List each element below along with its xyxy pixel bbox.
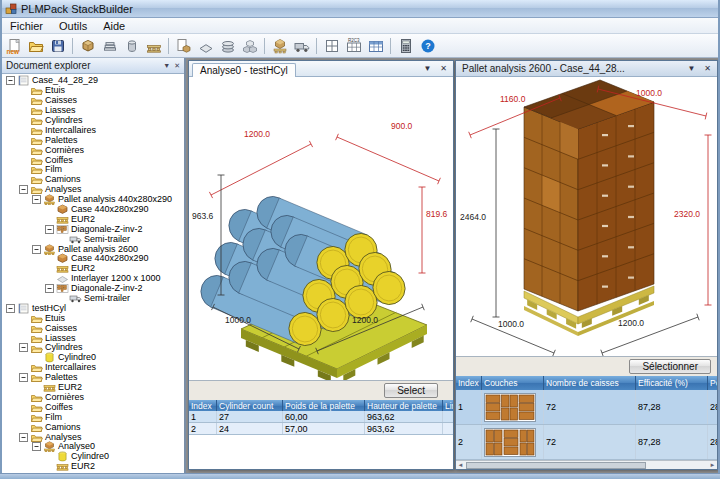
dim-label: 1000.0 [636,88,662,98]
tree-item[interactable]: Case 440x280x290 [4,205,184,215]
tree-item[interactable]: Semi-trailer [4,234,184,244]
tree-item[interactable]: EUR2 [4,462,184,472]
tree-item-label: EUR2 [71,264,95,273]
table-row[interactable]: 17287,28285,00 [456,390,717,425]
pallet-load-icon[interactable] [269,35,290,56]
tree-item-label: Pallet analysis 440x280x290 [58,195,172,204]
doc1-titlebar[interactable]: Analyse0 - testHCyl ▼ ✕ [189,61,453,77]
tree-item-label: Cornières [45,393,84,402]
close-icon[interactable]: ✕ [174,62,180,70]
expand-toggle-icon[interactable] [32,195,41,204]
pallet-3d-viewport[interactable]: 1160.01000.02464.02320.01000.01200.0 [456,77,717,357]
grid-layout-icon[interactable] [321,35,342,56]
open-folder-icon[interactable] [25,35,46,56]
tree-item[interactable]: Palettes [4,373,184,383]
document-explorer-panel: Document explorer ▼ ✕ Case_44_28_29Etuis… [2,58,186,473]
table-cell: 285,00 [708,425,717,459]
dim-label: 1000.0 [225,315,251,325]
table-row[interactable]: 27287,28285,00 [456,425,717,460]
window-frame-left [0,0,2,479]
save-file-icon[interactable] [47,35,68,56]
tree-item-label: Cylindres [45,343,83,352]
edit-cylinder-icon[interactable] [121,35,142,56]
truck-load-icon[interactable] [291,35,312,56]
menu-item-fichier[interactable]: Fichier [2,19,51,33]
select-button[interactable]: Select [384,383,438,398]
workbook-icon [17,75,30,86]
dim-label: 2320.0 [674,209,700,219]
expand-toggle-icon[interactable] [32,442,41,451]
doc2-titlebar[interactable]: Pallet analysis 2600 - Case_44_28... ▼ ✕ [456,61,717,77]
tree-item-label: Analyse0 [58,442,95,451]
expand-toggle-icon[interactable] [19,185,28,194]
layer-layout-icon [56,283,69,294]
edit-case-icon[interactable] [77,35,98,56]
tree-item-label: Analyses [45,433,82,442]
table-view-icon[interactable] [365,35,386,56]
row-col-grid-icon[interactable]: R2C3 [343,35,364,56]
column-header[interactable]: Efficacité (%) [636,376,708,390]
expand-toggle-icon[interactable] [19,373,28,382]
window-menu-icon[interactable]: ▼ [421,64,434,73]
table-cell [482,390,544,424]
new-document-icon[interactable]: new [3,35,24,56]
menu-item-outils[interactable]: Outils [51,19,95,33]
tree-item-label: testHCyl [32,304,66,313]
column-header[interactable]: Index [189,400,217,411]
expand-toggle-icon[interactable] [19,433,28,442]
table-row[interactable]: 12760,00963,62 [189,411,453,423]
tree-item[interactable]: Diagonale-Z-inv-2 [4,224,184,234]
tree-item[interactable]: EUR2 [4,214,184,224]
column-header[interactable]: Nombre de caisses [544,376,636,390]
column-header[interactable]: Cylinder count [217,400,283,411]
selectionner-button[interactable]: Sélectionner [629,359,711,374]
table-cell: 24 [217,423,283,434]
expand-toggle-icon[interactable] [45,284,54,293]
cylinder-3d-viewport[interactable]: 1200.0900.0963.6819.61000.01200.0 [189,77,453,381]
help-icon[interactable]: ? [417,35,438,56]
analysis-icon [43,194,56,205]
column-header[interactable]: Limit [443,400,453,411]
column-header[interactable]: Hauteur de palette [365,400,443,411]
table-cell: 963,62 [365,423,443,434]
close-icon[interactable]: ✕ [701,64,714,73]
box-stack-icon[interactable] [239,35,260,56]
new-analysis-icon[interactable] [173,35,194,56]
close-icon[interactable]: ✕ [437,64,450,73]
dim-label: 2464.0 [460,212,486,222]
table-row[interactable]: 22457,00963,62 [189,423,453,435]
interlayer-sheet-icon[interactable] [195,35,216,56]
column-header[interactable]: Index [456,376,482,390]
titlebar[interactable]: PLMPack StackBuilder [0,0,720,18]
folder-icon [30,372,43,383]
table-header: IndexCouchesNombre de caissesEfficacité … [456,376,717,390]
edit-pallet-icon[interactable] [143,35,164,56]
chevron-down-icon[interactable]: ▼ [163,62,170,69]
calculator-icon[interactable] [395,35,416,56]
mdi-area: Analyse0 - testHCyl ▼ ✕ 1200.0900.0963.6… [186,58,718,473]
scroll-right-icon[interactable]: ► [708,462,717,468]
expand-toggle-icon[interactable] [19,343,28,352]
menu-item-aide[interactable]: Aide [95,19,133,33]
column-header[interactable]: Poids [708,376,717,390]
tree-item-label: EUR2 [71,462,95,471]
expand-toggle-icon[interactable] [6,76,15,85]
doc2-title: Pallet analysis 2600 - Case_44_28... [459,63,625,74]
expand-toggle-icon[interactable] [6,304,15,313]
edit-bundle-icon[interactable] [99,35,120,56]
expand-toggle-icon[interactable] [45,225,54,234]
doc1-title-tab[interactable]: Analyse0 - testHCyl [192,63,296,77]
dim-label: 1200.0 [244,129,270,139]
tree-item-label: Cylindre0 [71,452,109,461]
scrollbar-thumb[interactable] [466,462,646,469]
table-cell: 72 [544,390,636,424]
scroll-left-icon[interactable]: ◄ [456,462,465,468]
cylinder-stack-icon[interactable] [217,35,238,56]
window-menu-icon[interactable]: ▼ [685,64,698,73]
column-header[interactable]: Couches [482,376,544,390]
column-header[interactable]: Poids de la palette [283,400,365,411]
tree-item[interactable]: Semi-trailer [4,294,184,304]
horizontal-scrollbar[interactable]: ◄► [456,460,717,469]
expand-toggle-icon[interactable] [32,245,41,254]
tree-item-label: Analyses [45,185,82,194]
